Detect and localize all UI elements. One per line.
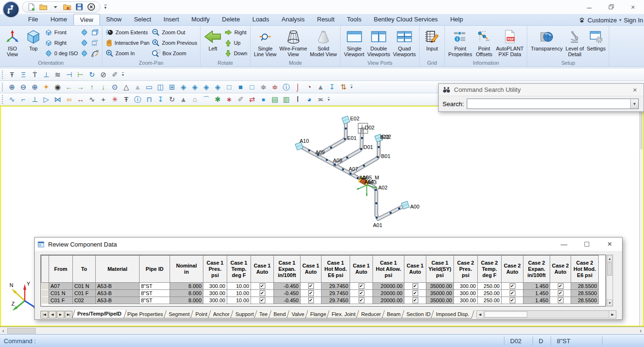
point-properties-icon[interactable]: ≑ xyxy=(258,82,269,92)
connect-icon[interactable]: ≍ xyxy=(315,94,326,105)
node-point-icon[interactable]: ✳ xyxy=(109,94,121,105)
menu-tab-help[interactable]: Help xyxy=(444,14,469,25)
transparency-button[interactable]: Transparency xyxy=(529,27,564,59)
cube-view-button[interactable] xyxy=(90,28,100,37)
table-cell[interactable]: C01 F xyxy=(73,290,96,297)
table-scroll-right-button[interactable]: ▶ xyxy=(609,311,616,318)
card-schedule-icon[interactable]: ▤ xyxy=(269,94,281,105)
node-point[interactable] xyxy=(390,212,392,214)
auto-checkbox[interactable]: ✔ xyxy=(359,297,364,303)
auto-checkbox[interactable]: ✔ xyxy=(359,290,364,296)
zoom-out-button[interactable]: Zoom Out xyxy=(151,28,197,37)
table-scroll-left-button[interactable]: ◀ xyxy=(477,311,484,318)
cube-top-icon[interactable]: □ xyxy=(223,82,235,92)
zero-deg-iso-button[interactable]: 0 deg ISO xyxy=(45,49,78,58)
auto-checkbox[interactable]: ✔ xyxy=(260,297,265,303)
open-file-icon[interactable] xyxy=(39,3,48,11)
table-vscroll-thumb[interactable] xyxy=(607,262,612,276)
menu-tab-select[interactable]: Select xyxy=(128,14,157,25)
table-cell[interactable]: 20000.00 xyxy=(373,283,404,290)
frame-icon[interactable]: ⊓ xyxy=(143,94,155,105)
toolbar-grip[interactable] xyxy=(2,95,4,104)
point-options-icon[interactable]: ≑ xyxy=(269,82,281,92)
zoom-in-icon[interactable]: ⊕ xyxy=(6,82,18,92)
solid-model-view-button[interactable]: Solid Model View xyxy=(309,27,339,59)
table-cell[interactable]: 20000.00 xyxy=(373,290,404,297)
canvas-vertical-scrollbar[interactable] xyxy=(639,107,643,326)
table-cell[interactable]: 28.5500 xyxy=(571,290,599,297)
table-cell[interactable]: -0.450 xyxy=(274,290,301,297)
node-point[interactable] xyxy=(342,169,344,170)
node-point[interactable] xyxy=(345,128,347,129)
node-point[interactable] xyxy=(361,137,363,139)
sphere-tool-icon[interactable]: ◕ xyxy=(303,94,315,105)
table-cell[interactable]: ✔ xyxy=(404,297,426,304)
tab-next-button[interactable]: ▶ xyxy=(57,311,64,318)
weld-icon[interactable]: ✐ xyxy=(235,94,246,105)
guide-support-icon[interactable]: ⊣ xyxy=(63,69,75,80)
auto-checkbox[interactable]: ✔ xyxy=(413,283,418,289)
table-cell[interactable]: ✔ xyxy=(251,297,274,304)
bend-icon[interactable]: ⌐ xyxy=(18,94,29,105)
node-point[interactable] xyxy=(350,173,352,175)
rotational-support-icon[interactable]: ↻ xyxy=(86,69,98,80)
iso-view-button[interactable]: ISO View xyxy=(2,27,23,59)
tab-prev-button[interactable]: ◀ xyxy=(49,311,56,318)
box-zoom-button[interactable]: Box Zoom xyxy=(151,49,197,58)
weight-icon[interactable]: ▲ xyxy=(178,94,189,105)
table-cell[interactable]: -0.450 xyxy=(274,297,301,304)
node-point[interactable] xyxy=(375,202,377,204)
open-recent-icon[interactable]: R xyxy=(63,3,71,11)
quick-access-customize-icon[interactable]: ▾ xyxy=(104,5,107,10)
toolbar-overflow-icon[interactable]: ▾ xyxy=(351,85,352,89)
table-cell[interactable]: C01 F xyxy=(49,297,73,304)
node-point[interactable] xyxy=(377,156,379,158)
rod-hanger-icon[interactable]: Ṫ xyxy=(29,69,40,80)
search-input[interactable] xyxy=(467,99,630,109)
table-cell[interactable]: ✔ xyxy=(251,290,274,297)
table-cell[interactable]: 10.00 xyxy=(227,297,251,304)
pipe-segment[interactable] xyxy=(300,146,405,219)
quad-viewports-icon[interactable]: ⊞ xyxy=(166,82,178,92)
rotate-up-button[interactable]: Up xyxy=(224,38,247,48)
zoom-extents-icon[interactable]: ◉ xyxy=(52,82,63,92)
menu-tab-view[interactable]: View xyxy=(73,14,100,25)
auto-checkbox[interactable]: ✔ xyxy=(510,290,515,296)
anchor-symbol[interactable] xyxy=(375,134,383,142)
table-hscroll-thumb[interactable] xyxy=(484,311,527,317)
sheet-tab-pres-temp-pipeid[interactable]: Pres/Temp/PipeID xyxy=(72,310,127,318)
table-cell[interactable]: 29.7450 xyxy=(322,290,350,297)
settings-button[interactable]: Settings xyxy=(585,27,607,59)
hscroll-right-arrow[interactable]: › xyxy=(637,327,644,334)
table-cell[interactable]: ✔ xyxy=(550,283,571,290)
table-cell[interactable]: 10.00 xyxy=(227,290,251,297)
water-drop-icon[interactable]: ● xyxy=(258,94,269,105)
hscroll-left-arrow[interactable]: ‹ xyxy=(0,327,7,334)
zoom-in-button[interactable]: Zoom In xyxy=(105,49,150,58)
table-cell[interactable]: 8"ST xyxy=(140,283,170,290)
bend-view-button[interactable] xyxy=(90,49,100,58)
expansion-joint-icon[interactable]: ↔ xyxy=(75,94,86,105)
spring-support-icon[interactable]: ≋ xyxy=(52,69,63,80)
point-properties-button[interactable]: iPoint Properites xyxy=(447,27,473,59)
rotate-right-icon[interactable]: → xyxy=(75,82,86,92)
table-cell[interactable]: 8.000 xyxy=(170,283,203,290)
table-cell[interactable]: 10.00 xyxy=(227,283,251,290)
auto-checkbox[interactable]: ✔ xyxy=(413,297,418,303)
point-info-card-icon[interactable]: ⓘ xyxy=(132,94,143,105)
displacement-icon[interactable]: ⇅ xyxy=(338,82,349,92)
temperature-icon[interactable]: ⌡ xyxy=(292,82,303,92)
rotation-icon[interactable]: ↻ xyxy=(166,94,178,105)
auto-checkbox[interactable]: ✔ xyxy=(510,283,515,289)
rotate-up-icon[interactable]: ↑ xyxy=(86,82,98,92)
sheet-tab-pipe-properties[interactable]: Pipe Properties xyxy=(122,310,168,318)
soil-icon[interactable]: ✱ xyxy=(212,94,223,105)
node-point[interactable] xyxy=(344,138,346,140)
cube-right-icon[interactable]: □ xyxy=(246,82,258,92)
node-point[interactable] xyxy=(363,165,365,167)
new-file-icon[interactable] xyxy=(27,3,36,11)
table-cell[interactable]: C01 N xyxy=(73,283,96,290)
table-cell[interactable]: 1.450 xyxy=(523,297,550,304)
command-line[interactable]: Command : xyxy=(0,337,504,345)
tab-last-button[interactable]: ▶| xyxy=(65,311,72,318)
